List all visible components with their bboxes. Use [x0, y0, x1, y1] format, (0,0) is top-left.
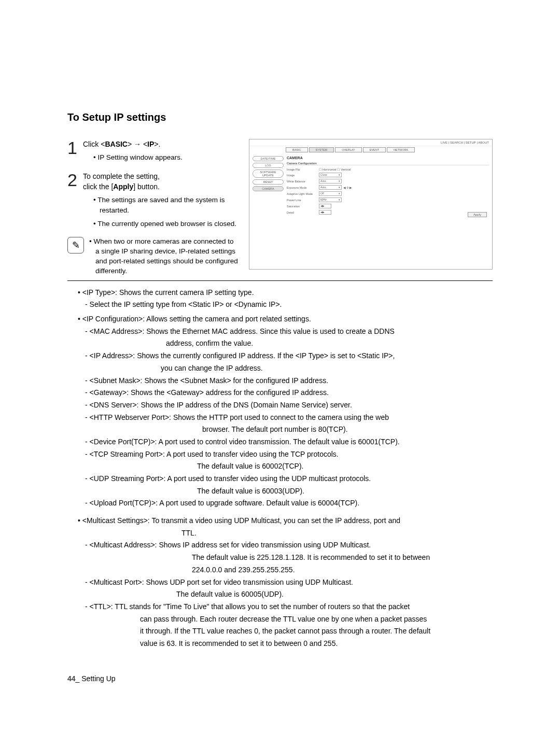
row-imageflip-ctrl[interactable]: ☐ Horizontal ☐ Vertical	[319, 167, 351, 171]
side-reset[interactable]: RESET	[253, 179, 284, 185]
def-udp2: The default value is 60003(UDP).	[197, 486, 493, 497]
def-maddr2: The default value is 225.128.1.128. It i…	[192, 552, 493, 563]
def-maddr: <Multicast Address>: Shows IP address se…	[85, 540, 493, 551]
apply-button[interactable]: Apply	[468, 212, 487, 217]
ss-title: CAMERA	[287, 156, 489, 160]
side-datetime[interactable]: DATE/TIME	[253, 156, 284, 161]
def-ipaddr: <IP Address>: Shows the currently config…	[85, 350, 493, 362]
row-pl-label: Power Line	[287, 199, 319, 202]
row-exp-extra[interactable]: ◀ 0 ▶	[343, 186, 352, 189]
row-wb-label: White Balance	[287, 180, 319, 183]
def-ipconfig: <IP Configuration>: Allows setting the c…	[78, 314, 493, 325]
step-number-2: 2	[67, 171, 83, 229]
tab-event[interactable]: EVENT	[363, 147, 386, 152]
row-sat-ctrl[interactable]: ◀▶	[319, 204, 331, 208]
def-mport2: The default value is 60005(UDP).	[176, 589, 493, 600]
row-imageflip-label: Image Flip	[287, 168, 319, 171]
settings-screenshot: LIVE | SEARCH | SETUP | ABOUT BASIC SYST…	[249, 139, 493, 270]
def-tcp2: The default value is 60002(TCP).	[197, 461, 493, 472]
def-mport: <Multicast Port>: Shows UDP port set for…	[85, 577, 493, 588]
def-subnet: <Subnet Mask>: Shows the <Subnet Mask> f…	[85, 375, 493, 387]
step1-bullet: IP Setting window appears.	[93, 152, 239, 163]
tab-basic[interactable]: BASIC	[286, 147, 308, 152]
row-exp-ctrl[interactable]: Auto	[319, 185, 342, 190]
def-ttl3: it through. If the TTL value reaches 0, …	[140, 626, 493, 637]
def-iptype-sub: Select the IP setting type from <Static …	[85, 299, 493, 311]
row-alm-label: Adaptive Light Mode	[287, 192, 319, 195]
row-alm-ctrl[interactable]: Off	[319, 191, 342, 196]
ss-main: CAMERA Camera Configuration Image Flip☐ …	[284, 156, 489, 216]
def-http2: browser. The default port number is 80(T…	[202, 424, 493, 435]
ss-sub: Camera Configuration	[287, 162, 489, 165]
def-gateway: <Gateway>: Shows the <Gateway> address f…	[85, 387, 493, 399]
ss-tabs: BASIC SYSTEM OVERLAY EVENT NETWORK	[249, 146, 492, 154]
step2-bullet2: The currently opened web browser is clos…	[93, 219, 239, 229]
def-dns: <DNS Server>: Shows the IP address of th…	[85, 400, 493, 411]
definitions: <IP Type>: Shows the current camera IP s…	[67, 287, 493, 650]
note-text: • When two or more cameras are connected…	[89, 237, 239, 276]
tab-network[interactable]: NETWORK	[387, 147, 415, 152]
section-heading: To Setup IP settings	[67, 111, 493, 123]
def-ttl2: can pass through. Each router decrease t…	[140, 614, 493, 625]
row-sat-label: Saturation	[287, 205, 319, 208]
tab-overlay[interactable]: OVERLAY	[335, 147, 362, 152]
def-upload: <Upload Port(TCP)>: A port used to upgra…	[85, 498, 493, 509]
step-2: 2 To complete the setting, click the [Ap…	[67, 171, 239, 229]
row-pl-ctrl[interactable]: 60Hz	[319, 198, 342, 202]
step2-line2: click the [Apply] button.	[83, 181, 239, 192]
row-image-label: Image	[287, 174, 319, 177]
def-mcast: <Multicast Settings>: To transmit a vide…	[78, 515, 493, 527]
row-det-ctrl[interactable]: ◀▶	[319, 210, 331, 215]
note: ✎ • When two or more cameras are connect…	[67, 237, 239, 276]
row-exp-label: Exposure Mode	[287, 186, 319, 189]
row-wb-ctrl[interactable]: Auto	[319, 179, 342, 184]
def-mac2: address, confirm the value.	[166, 338, 493, 349]
def-tcp: <TCP Streaming Port>: A port used to tra…	[85, 449, 493, 460]
tab-system[interactable]: SYSTEM	[309, 147, 334, 152]
step-1: 1 Click <BASIC> → <IP>. IP Setting windo…	[67, 139, 239, 163]
side-swupdate[interactable]: SOFTWARE UPDATE	[253, 170, 284, 178]
divider	[67, 280, 493, 281]
page-footer: 44_ Setting Up	[67, 674, 493, 683]
ss-sidebar: DATE/TIME LOG SOFTWARE UPDATE RESET CAME…	[253, 156, 284, 216]
ss-breadcrumb: LIVE | SEARCH | SETUP | ABOUT	[249, 139, 492, 146]
row-det-label: Detail	[287, 211, 319, 214]
def-iptype: <IP Type>: Shows the current camera IP s…	[78, 287, 493, 299]
row-image-ctrl[interactable]: Close	[319, 173, 342, 177]
instructions: 1 Click <BASIC> → <IP>. IP Setting windo…	[67, 139, 239, 276]
def-ipaddr2: you can change the IP address.	[161, 363, 493, 374]
def-maddr3: 224.0.0.0 and 239.255.255.255.	[192, 565, 493, 576]
def-mcast2: TTL.	[181, 528, 493, 539]
step1-text: Click <BASIC> → <IP>.	[83, 140, 160, 148]
def-http: <HTTP Webserver Port>: Shows the HTTP po…	[85, 412, 493, 424]
def-udp: <UDP Streaming Port>: A port used to tra…	[85, 473, 493, 485]
def-ttl4: value is 63. It is recommended to set it…	[140, 638, 493, 650]
side-camera[interactable]: CAMERA	[253, 186, 284, 191]
note-icon: ✎	[67, 237, 84, 253]
def-device: <Device Port(TCP)>: A port used to contr…	[85, 436, 493, 448]
def-ttl: <TTL>: TTL stands for "Time To Live" tha…	[85, 601, 493, 613]
step2-bullet1: The settings are saved and the system is…	[93, 195, 239, 215]
step2-line1: To complete the setting,	[83, 171, 239, 181]
side-log[interactable]: LOG	[253, 163, 284, 168]
def-mac: <MAC Address>: Shows the Ethernet MAC ad…	[85, 326, 493, 337]
step-number-1: 1	[67, 139, 83, 163]
